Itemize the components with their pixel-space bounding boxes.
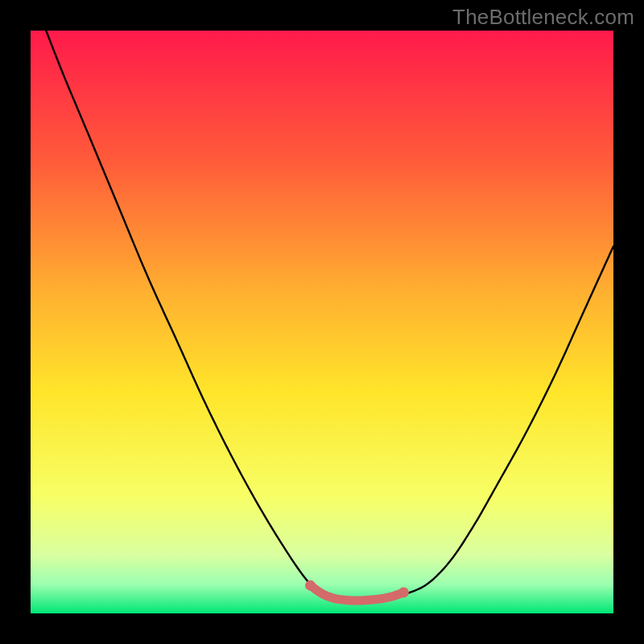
chart-svg xyxy=(31,31,613,613)
gradient-background xyxy=(31,31,613,613)
sweet-spot-endpoint-left xyxy=(305,580,316,591)
watermark-text: TheBottleneck.com xyxy=(452,5,634,30)
sweet-spot-endpoint-right xyxy=(398,587,409,597)
plot-area xyxy=(31,31,613,613)
chart-frame: TheBottleneck.com xyxy=(0,0,644,644)
